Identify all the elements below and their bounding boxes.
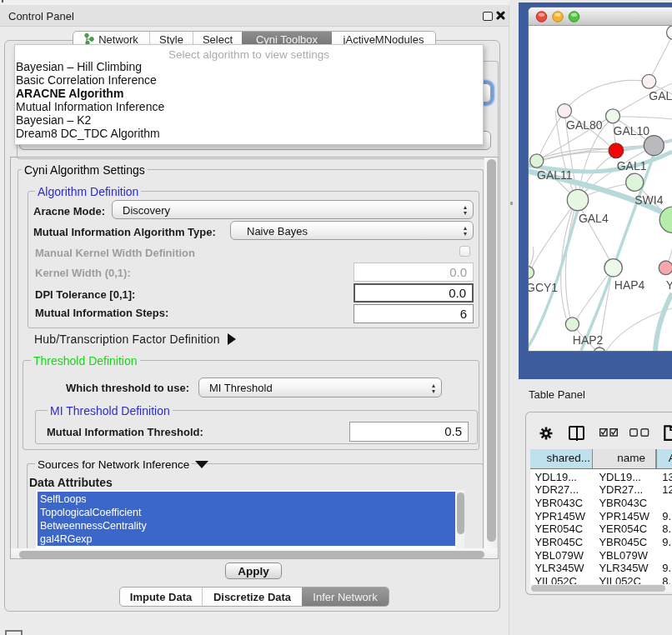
- svg-text:GAL1: GAL1: [617, 159, 647, 172]
- svg-text:GAL4: GAL4: [579, 212, 609, 225]
- svg-text:HAP4: HAP4: [614, 278, 645, 292]
- svg-text:YM: YM: [666, 278, 672, 292]
- svg-text:GAL10: GAL10: [614, 124, 650, 138]
- svg-text:GCY1: GCY1: [529, 281, 558, 294]
- svg-text:SWI4: SWI4: [634, 193, 663, 207]
- svg-text:HAP2: HAP2: [573, 333, 604, 347]
- svg-text:GAL11: GAL11: [537, 168, 573, 182]
- svg-text:GAL80: GAL80: [566, 118, 603, 132]
- svg-text:GAL7: GAL7: [649, 89, 672, 102]
